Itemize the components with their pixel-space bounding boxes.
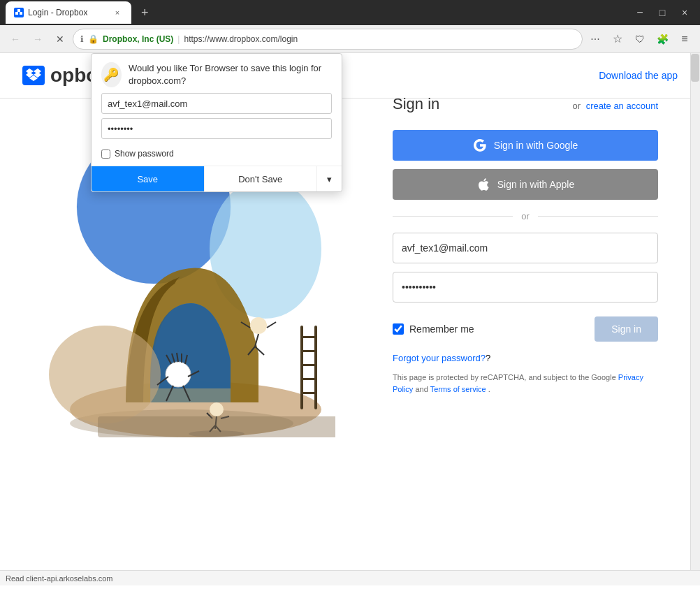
window-controls: − □ × [630, 3, 694, 22]
key-icon: 🔑 [101, 62, 122, 87]
apple-icon [476, 177, 490, 191]
shield-btn[interactable]: 🛡 [630, 29, 650, 49]
tab-close-btn[interactable]: × [112, 7, 123, 18]
or-divider: or [393, 211, 658, 221]
popup-password-input[interactable] [101, 118, 332, 139]
svg-line-33 [255, 334, 258, 347]
remember-me-checkbox[interactable] [393, 323, 404, 335]
apple-signin-btn[interactable]: Sign in with Apple [393, 169, 658, 200]
menu-btn[interactable]: ≡ [675, 29, 694, 49]
titlebar: Login - Dropbox × + − □ × [0, 0, 700, 25]
password-input[interactable] [393, 272, 658, 303]
signin-area: Sign in or create an account Sign in wit… [393, 95, 658, 395]
signin-submit-btn[interactable]: Sign in [595, 316, 658, 342]
svg-point-20 [49, 326, 161, 423]
status-bar: Read client-api.arkoselabs.com [0, 570, 700, 585]
popup-buttons: Save Don't Save ▾ [92, 166, 342, 191]
svg-rect-17 [302, 364, 316, 366]
site-name: Dropbox, Inc (US) [103, 34, 173, 44]
close-window-btn[interactable]: × [675, 3, 694, 22]
popup-question-text: Would you like Tor Browser to save this … [129, 62, 332, 87]
svg-rect-15 [302, 336, 316, 338]
nav-bar: ← → ✕ ℹ 🔒 Dropbox, Inc (US) | https://ww… [0, 25, 700, 53]
svg-rect-2 [20, 12, 22, 15]
svg-point-27 [168, 365, 188, 384]
svg-point-32 [250, 317, 267, 334]
forward-btn[interactable]: → [28, 29, 48, 49]
forgot-password-q: ? [486, 353, 490, 363]
google-icon [473, 138, 487, 152]
popup-checkbox-row: Show password [92, 149, 342, 166]
apple-btn-label: Sign in with Apple [497, 179, 575, 190]
status-text: Read client-api.arkoselabs.com [6, 574, 112, 583]
refresh-btn[interactable]: ✕ [50, 29, 70, 49]
svg-rect-1 [17, 9, 20, 12]
tab-title: Login - Dropbox [28, 8, 87, 17]
email-input[interactable] [393, 233, 658, 263]
svg-rect-19 [302, 392, 316, 394]
back-btn[interactable]: ← [6, 29, 25, 49]
scrollbar-thumb[interactable] [691, 54, 699, 82]
remember-me-label[interactable]: Remember me [393, 323, 474, 335]
popup-save-btn[interactable]: Save [92, 166, 204, 191]
maximize-btn[interactable]: □ [652, 3, 672, 22]
form-footer: Remember me Sign in [393, 316, 658, 342]
show-password-label: Show password [115, 149, 174, 159]
signin-title: Sign in [393, 95, 439, 113]
new-tab-btn[interactable]: + [136, 6, 154, 20]
google-signin-btn[interactable]: Sign in with Google [393, 130, 658, 161]
url-separator: | [177, 34, 180, 44]
show-password-checkbox[interactable] [101, 150, 110, 159]
forgot-password-link[interactable]: Forgot your password? [393, 353, 486, 363]
minimize-btn[interactable]: − [630, 3, 650, 22]
svg-rect-16 [302, 350, 316, 352]
tab-favicon [14, 8, 24, 17]
terms-of-service-link[interactable]: Terms of service [430, 385, 486, 393]
dropbox-page: opbox Download the app [0, 53, 700, 585]
save-password-popup: 🔑 Would you like Tor Browser to save thi… [91, 53, 342, 192]
url-text: https://www.dropbox.com/login [184, 34, 298, 44]
svg-rect-0 [15, 12, 18, 15]
popup-fields [92, 93, 342, 149]
popup-dont-save-btn[interactable]: Don't Save [204, 166, 317, 191]
signin-or-create: or create an account [572, 101, 658, 111]
popup-email-input[interactable] [101, 93, 332, 114]
popup-header: 🔑 Would you like Tor Browser to save thi… [92, 54, 342, 93]
google-btn-label: Sign in with Google [494, 140, 578, 151]
forgot-password-section: Forgot your password?? [393, 353, 658, 363]
recaptcha-notice: This page is protected by reCAPTCHA, and… [393, 372, 658, 395]
signin-header: Sign in or create an account [393, 95, 658, 113]
svg-rect-45 [98, 416, 335, 437]
address-bar[interactable]: ℹ 🔒 Dropbox, Inc (US) | https://www.drop… [73, 29, 583, 50]
lock-icon: 🔒 [88, 34, 99, 44]
active-tab[interactable]: Login - Dropbox × [6, 1, 131, 24]
extensions-btn[interactable]: 🧩 [652, 29, 672, 49]
info-icon: ℹ [80, 34, 84, 44]
create-account-link[interactable]: create an account [586, 101, 658, 111]
dropbox-logo-icon [22, 66, 45, 85]
svg-rect-18 [302, 378, 316, 380]
remember-me-text: Remember me [409, 323, 474, 335]
svg-line-37 [267, 322, 276, 328]
more-btn[interactable]: ··· [585, 29, 605, 49]
bookmark-btn[interactable]: ☆ [608, 29, 627, 49]
scrollbar[interactable] [690, 53, 700, 585]
content-area: opbox Download the app [0, 53, 700, 585]
download-app-link[interactable]: Download the app [599, 70, 678, 81]
svg-point-38 [210, 402, 224, 416]
popup-arrow-btn[interactable]: ▾ [316, 166, 342, 191]
